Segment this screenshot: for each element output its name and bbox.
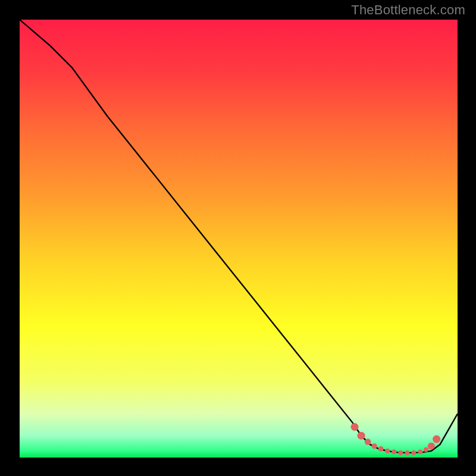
chart-svg <box>20 20 458 458</box>
plot-area <box>20 20 458 458</box>
watermark-text: TheBottleneck.com <box>351 2 465 18</box>
marker-point <box>411 450 416 455</box>
marker-point <box>424 447 428 452</box>
marker-point <box>378 446 384 452</box>
marker-point <box>351 423 359 431</box>
marker-point <box>358 432 365 440</box>
marker-point <box>385 449 390 453</box>
marker-point <box>433 436 440 443</box>
chart-container: TheBottleneck.com <box>0 0 476 476</box>
marker-point <box>418 449 422 454</box>
marker-point <box>392 449 396 454</box>
marker-point <box>428 443 435 450</box>
marker-point <box>405 450 409 455</box>
marker-point <box>365 439 371 444</box>
marker-point <box>398 450 403 455</box>
marker-point <box>372 443 377 449</box>
